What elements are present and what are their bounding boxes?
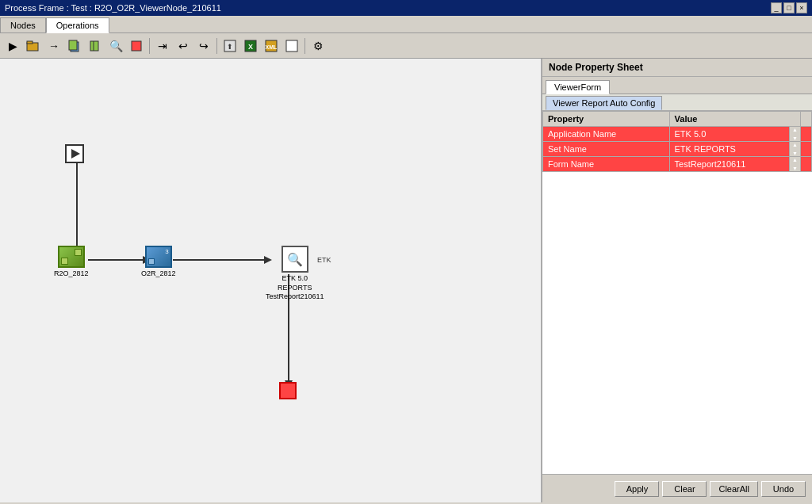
tab-operations[interactable]: Operations xyxy=(46,17,109,33)
excel-button[interactable]: X xyxy=(241,36,260,55)
col-property: Property xyxy=(543,112,670,127)
undo-button[interactable]: Undo xyxy=(761,481,806,497)
col-extra xyxy=(801,112,812,127)
viewer-label: ETK 5.0REPORTSTestReport210611 xyxy=(266,274,324,302)
svg-rect-4 xyxy=(90,41,98,51)
run-button[interactable]: ▶ xyxy=(3,36,22,55)
xml-button[interactable]: XML xyxy=(262,36,281,55)
prop-form-name: Form Name xyxy=(543,157,670,172)
back-button[interactable]: ↩ xyxy=(174,36,193,55)
prop-application-value[interactable]: ETK 5.0 ▲ ▼ xyxy=(669,127,800,142)
prop-extra-1 xyxy=(801,142,812,157)
svg-text:⬆: ⬆ xyxy=(227,43,233,51)
forward-button[interactable]: ↪ xyxy=(194,36,213,55)
main-tab-row: Nodes Operations xyxy=(0,16,812,33)
col-value: Value xyxy=(669,112,800,127)
prop-form-value[interactable]: TestReport210611 ▲ ▼ xyxy=(669,157,800,172)
blank-button[interactable] xyxy=(282,36,301,55)
prop-extra-0 xyxy=(801,127,812,142)
table-row: Set Name ETK REPORTS ▲ ▼ xyxy=(543,142,812,157)
table-row: Application Name ETK 5.0 ▲ ▼ xyxy=(543,127,812,142)
minimize-button[interactable]: _ xyxy=(771,2,782,13)
property-table: Property Value Application Name ETK 5.0 … xyxy=(542,111,812,172)
stop-node xyxy=(279,382,297,399)
arrow-button[interactable]: → xyxy=(44,36,63,55)
o2r-label: O2R_2812 xyxy=(141,269,176,277)
sub-tabs: Viewer Report Auto Config xyxy=(542,94,812,111)
panel-tabs: ViewerForm xyxy=(542,77,812,94)
export-button[interactable]: ⬆ xyxy=(220,36,239,55)
viewer-form-tab[interactable]: ViewerForm xyxy=(546,80,610,94)
svg-rect-13 xyxy=(286,40,297,52)
scroll-btn-1[interactable]: ▲ ▼ xyxy=(789,142,800,156)
prop-set-name: Set Name xyxy=(543,142,670,157)
r2o-node[interactable]: R2O_2812 xyxy=(54,246,89,277)
apply-button[interactable]: Apply xyxy=(615,481,659,497)
scroll-btn-0[interactable]: ▲ ▼ xyxy=(789,127,800,141)
cut-button[interactable] xyxy=(86,36,105,55)
property-panel: Node Property Sheet ViewerForm Viewer Re… xyxy=(542,59,812,502)
svg-text:X: X xyxy=(248,43,253,51)
main-area: ETK R2O_2812 3 O2R_2812 xyxy=(0,59,812,502)
separator-1 xyxy=(149,38,150,54)
viewer-report-tab[interactable]: Viewer Report Auto Config xyxy=(546,96,662,110)
prop-set-value[interactable]: ETK REPORTS ▲ ▼ xyxy=(669,142,800,157)
o2r-node[interactable]: 3 O2R_2812 xyxy=(141,246,176,277)
svg-text:XML: XML xyxy=(266,44,278,50)
search-button[interactable]: 🔍 xyxy=(106,36,125,55)
clear-button[interactable]: Clear xyxy=(662,481,707,497)
scroll-btn-2[interactable]: ▲ ▼ xyxy=(789,157,800,171)
panel-header: Node Property Sheet xyxy=(542,59,812,77)
window-controls[interactable]: _ □ × xyxy=(771,2,807,13)
prop-application-name: Application Name xyxy=(543,127,670,142)
window-title: Process Frame : Test : R2O_O2R_ViewerNod… xyxy=(5,3,221,13)
step-button[interactable]: ⇥ xyxy=(153,36,172,55)
close-button[interactable]: × xyxy=(796,2,807,13)
viewer-node[interactable]: 🔍 ETK 5.0REPORTSTestReport210611 xyxy=(266,246,324,302)
open-button[interactable] xyxy=(24,36,43,55)
clear-all-button[interactable]: ClearAll xyxy=(710,481,758,497)
config-button[interactable]: ⚙ xyxy=(308,36,327,55)
prop-extra-2 xyxy=(801,157,812,172)
separator-2 xyxy=(216,38,217,54)
canvas-area[interactable]: ETK R2O_2812 3 O2R_2812 xyxy=(0,59,542,502)
svg-rect-3 xyxy=(69,40,77,50)
copy-button[interactable] xyxy=(65,36,84,55)
separator-3 xyxy=(304,38,305,54)
stop-button[interactable] xyxy=(127,36,146,55)
bottom-bar: Apply Clear ClearAll Undo xyxy=(542,474,812,502)
table-row: Form Name TestReport210611 ▲ ▼ xyxy=(543,157,812,172)
toolbar: ▶ → 🔍 ⇥ ↩ ↪ ⬆ X XML ⚙ xyxy=(0,33,812,59)
title-bar: Process Frame : Test : R2O_O2R_ViewerNod… xyxy=(0,0,812,16)
svg-rect-1 xyxy=(27,41,33,44)
tab-nodes[interactable]: Nodes xyxy=(0,17,46,32)
svg-rect-6 xyxy=(132,41,141,51)
restore-button[interactable]: □ xyxy=(783,2,795,13)
r2o-label: R2O_2812 xyxy=(54,269,89,277)
start-node xyxy=(65,144,84,163)
